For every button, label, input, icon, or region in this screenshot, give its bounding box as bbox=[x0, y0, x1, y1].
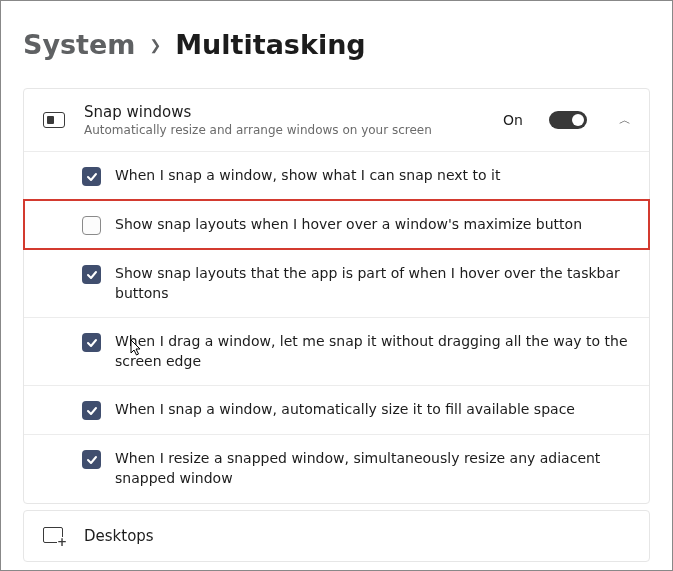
option-label: Show snap layouts that the app is part o… bbox=[115, 264, 631, 303]
snap-option-row[interactable]: When I drag a window, let me snap it wit… bbox=[24, 317, 649, 385]
checkbox[interactable] bbox=[82, 401, 101, 420]
toggle-label: On bbox=[503, 112, 523, 128]
snap-windows-subtitle: Automatically resize and arrange windows… bbox=[84, 123, 487, 137]
checkbox[interactable] bbox=[82, 216, 101, 235]
snap-windows-title: Snap windows bbox=[84, 103, 487, 121]
desktops-header[interactable]: Desktops bbox=[24, 511, 649, 561]
snap-option-row[interactable]: When I snap a window, show what I can sn… bbox=[24, 151, 649, 200]
snap-option-row[interactable]: When I snap a window, automatically size… bbox=[24, 385, 649, 434]
snap-windows-header[interactable]: Snap windows Automatically resize and ar… bbox=[24, 89, 649, 151]
option-label: Show snap layouts when I hover over a wi… bbox=[115, 215, 582, 235]
breadcrumb-parent[interactable]: System bbox=[23, 29, 135, 60]
chevron-up-icon[interactable]: ︿ bbox=[619, 112, 631, 129]
snap-options-list: When I snap a window, show what I can sn… bbox=[24, 151, 649, 503]
checkbox[interactable] bbox=[82, 167, 101, 186]
desktops-title: Desktops bbox=[84, 527, 154, 545]
checkbox[interactable] bbox=[82, 333, 101, 352]
breadcrumb: System ❯ Multitasking bbox=[23, 29, 650, 60]
page-title: Multitasking bbox=[175, 29, 365, 60]
desktops-group: Desktops bbox=[23, 510, 650, 562]
snap-option-row[interactable]: Show snap layouts when I hover over a wi… bbox=[24, 200, 649, 249]
snap-windows-icon bbox=[43, 112, 65, 128]
option-label: When I snap a window, show what I can sn… bbox=[115, 166, 500, 186]
snap-windows-toggle[interactable] bbox=[549, 111, 587, 129]
checkbox[interactable] bbox=[82, 450, 101, 469]
chevron-right-icon: ❯ bbox=[149, 37, 161, 53]
snap-option-row[interactable]: When I resize a snapped window, simultan… bbox=[24, 434, 649, 502]
checkbox[interactable] bbox=[82, 265, 101, 284]
option-label: When I snap a window, automatically size… bbox=[115, 400, 575, 420]
option-label: When I resize a snapped window, simultan… bbox=[115, 449, 631, 488]
snap-option-row[interactable]: Show snap layouts that the app is part o… bbox=[24, 249, 649, 317]
desktops-icon bbox=[43, 527, 65, 545]
option-label: When I drag a window, let me snap it wit… bbox=[115, 332, 631, 371]
snap-windows-group: Snap windows Automatically resize and ar… bbox=[23, 88, 650, 504]
